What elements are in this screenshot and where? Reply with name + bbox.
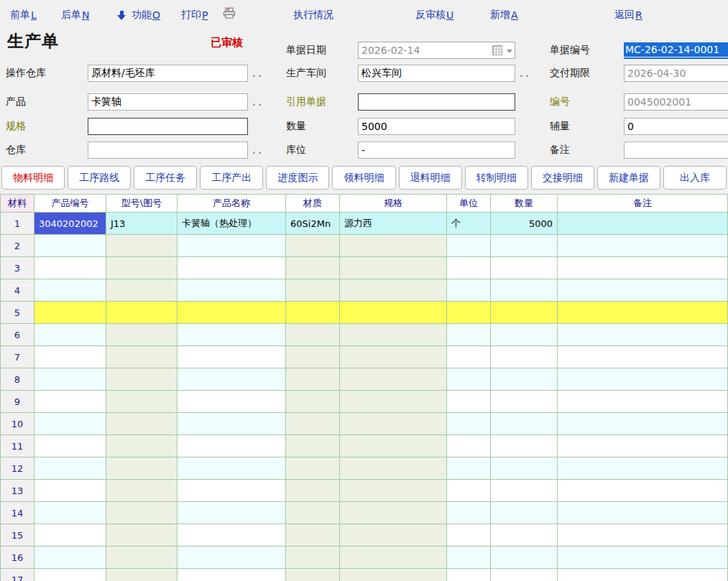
grid-cell[interactable]	[106, 324, 178, 346]
grid-cell[interactable]	[491, 569, 558, 581]
grid-cell[interactable]	[178, 524, 286, 547]
row-number[interactable]: 6	[0, 324, 34, 346]
grid-cell[interactable]	[178, 235, 286, 257]
toolbar-item-next[interactable]: 后单N	[61, 9, 89, 22]
row-number[interactable]: 7	[0, 346, 34, 368]
grid-cell[interactable]	[286, 391, 340, 413]
grid-cell[interactable]	[34, 368, 106, 391]
ref-doc-input[interactable]	[358, 93, 515, 111]
grid-cell[interactable]	[178, 346, 286, 368]
grid-cell[interactable]: 个	[447, 213, 491, 235]
tab-新建单据[interactable]: 新建单据	[597, 166, 660, 190]
grid-col-header[interactable]: 型号\图号	[106, 194, 178, 213]
grid-cell[interactable]	[558, 569, 728, 581]
grid-cell[interactable]	[558, 257, 728, 279]
grid-cell[interactable]	[286, 413, 340, 435]
grid-cell[interactable]	[178, 569, 286, 581]
grid-cell[interactable]	[286, 547, 340, 569]
grid-cell[interactable]	[178, 480, 286, 502]
doc-no-input[interactable]: MC-26-02-14-0001	[624, 42, 728, 59]
grid-cell[interactable]	[491, 391, 558, 413]
grid-cell[interactable]	[286, 435, 340, 457]
row-number[interactable]: 17	[0, 569, 34, 581]
grid-cell[interactable]	[178, 368, 286, 391]
toolbar-item-prev[interactable]: 前单L	[10, 9, 37, 22]
row-number[interactable]: 1	[0, 213, 34, 235]
grid-cell[interactable]	[286, 257, 340, 279]
grid-cell[interactable]	[491, 235, 558, 257]
grid-cell[interactable]	[558, 547, 728, 569]
tab-交接明细[interactable]: 交接明细	[531, 166, 594, 190]
grid-cell[interactable]	[447, 569, 491, 581]
grid-cell[interactable]	[558, 457, 728, 480]
grid-cell[interactable]	[558, 279, 728, 302]
grid-cell[interactable]	[106, 524, 178, 547]
tab-工序任务[interactable]: 工序任务	[134, 166, 197, 190]
grid-cell[interactable]	[286, 235, 340, 257]
grid-cell[interactable]	[340, 391, 447, 413]
grid-cell[interactable]	[286, 457, 340, 480]
grid-cell[interactable]	[286, 502, 340, 524]
grid-col-header[interactable]: 产品编号	[34, 194, 106, 213]
tab-领料明细[interactable]: 领料明细	[332, 166, 395, 190]
grid-cell[interactable]	[286, 324, 340, 346]
grid-cell[interactable]	[34, 413, 106, 435]
grid-cell[interactable]	[491, 279, 558, 302]
grid-cell[interactable]	[558, 235, 728, 257]
tab-出入库[interactable]: 出入库	[663, 166, 727, 190]
grid-cell[interactable]	[340, 302, 447, 324]
tab-退料明细[interactable]: 退料明细	[399, 166, 462, 190]
toolbar-item-execution-status[interactable]: 执行情况	[293, 9, 333, 22]
spec-input[interactable]	[88, 118, 248, 135]
grid-cell[interactable]	[491, 435, 558, 457]
grid-cell[interactable]	[447, 279, 491, 302]
grid-cell[interactable]	[558, 435, 728, 457]
grid-cell[interactable]	[286, 302, 340, 324]
grid-cell[interactable]	[447, 524, 491, 547]
grid-cell[interactable]	[340, 279, 447, 302]
grid-cell[interactable]	[106, 235, 178, 257]
grid-cell[interactable]	[340, 413, 447, 435]
grid-cell[interactable]	[491, 502, 558, 524]
grid-cell[interactable]	[447, 368, 491, 391]
grid-cell[interactable]	[340, 368, 447, 391]
grid-cell[interactable]	[178, 391, 286, 413]
product-browse-button[interactable]: ..	[252, 97, 264, 108]
grid-cell[interactable]	[340, 569, 447, 581]
op-warehouse-browse-button[interactable]: ..	[252, 68, 264, 79]
doc-date-input[interactable]: 2026-02-14	[358, 42, 515, 59]
grid-cell[interactable]	[558, 346, 728, 368]
qty-input[interactable]: 5000	[358, 118, 515, 135]
grid-cell[interactable]	[558, 480, 728, 502]
workshop-browse-button[interactable]: ..	[520, 68, 531, 79]
grid-cell[interactable]	[34, 302, 106, 324]
grid-cell[interactable]	[178, 302, 286, 324]
grid-col-header[interactable]: 备注	[558, 194, 728, 213]
grid-cell[interactable]	[340, 324, 447, 346]
row-number[interactable]: 4	[0, 279, 34, 302]
grid-cell[interactable]	[491, 302, 558, 324]
grid-cell[interactable]	[558, 413, 728, 435]
grid-cell[interactable]	[491, 480, 558, 502]
grid-cell[interactable]	[34, 324, 106, 346]
grid-cell[interactable]	[106, 368, 178, 391]
workshop-input[interactable]: 松兴车间	[358, 65, 515, 82]
grid-cell[interactable]	[178, 279, 286, 302]
grid-cell[interactable]	[491, 457, 558, 480]
grid-cell[interactable]: 3040202002	[34, 213, 106, 235]
grid-cell[interactable]	[178, 502, 286, 524]
grid-cell[interactable]	[447, 413, 491, 435]
grid-cell[interactable]	[558, 324, 728, 346]
toolbar-item-unaudit[interactable]: 反审核U	[415, 9, 453, 22]
row-number[interactable]: 16	[0, 547, 34, 569]
grid-cell[interactable]	[340, 502, 447, 524]
warehouse-browse-button[interactable]: ..	[252, 145, 264, 156]
grid-cell[interactable]	[34, 257, 106, 279]
grid-cell[interactable]: 5000	[491, 213, 558, 235]
row-number[interactable]: 12	[0, 457, 34, 480]
tab-工序路线[interactable]: 工序路线	[68, 166, 131, 190]
grid-col-header[interactable]: 单位	[447, 194, 491, 213]
grid-cell[interactable]	[106, 279, 178, 302]
grid-cell[interactable]	[447, 502, 491, 524]
grid-cell[interactable]	[491, 346, 558, 368]
